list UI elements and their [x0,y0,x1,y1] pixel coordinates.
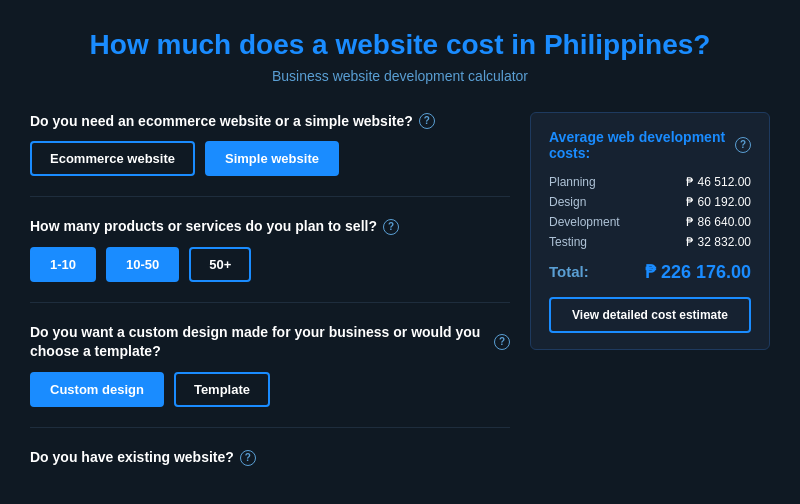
custom-design-button[interactable]: Custom design [30,372,164,407]
cost-row-planning: Planning ₱ 46 512.00 [549,175,751,189]
question-2-options: 1-10 10-50 50+ [30,247,510,282]
right-panel: Average web development costs: ? Plannin… [530,112,770,468]
divider-3 [30,427,510,428]
planning-label: Planning [549,175,596,189]
main-content: Do you need an ecommerce website or a si… [0,94,800,488]
page-subtitle: Business website development calculator [40,68,760,84]
question-1: Do you need an ecommerce website or a si… [30,112,510,177]
help-icon-q4[interactable]: ? [240,450,256,466]
range-50plus-button[interactable]: 50+ [189,247,251,282]
question-3-options: Custom design Template [30,372,510,407]
cost-card-title: Average web development costs: ? [549,129,751,161]
page-header: How much does a website cost in Philippi… [0,0,800,94]
testing-value: ₱ 32 832.00 [686,235,751,249]
development-value: ₱ 86 640.00 [686,215,751,229]
question-4: Do you have existing website? ? [30,448,510,468]
template-button[interactable]: Template [174,372,270,407]
help-icon-q2[interactable]: ? [383,219,399,235]
divider-1 [30,196,510,197]
question-4-title: Do you have existing website? ? [30,448,510,468]
cost-card: Average web development costs: ? Plannin… [530,112,770,350]
question-2-title: How many products or services do you pla… [30,217,510,237]
question-3: Do you want a custom design made for you… [30,323,510,407]
planning-value: ₱ 46 512.00 [686,175,751,189]
design-label: Design [549,195,586,209]
question-2: How many products or services do you pla… [30,217,510,282]
simple-website-button[interactable]: Simple website [205,141,339,176]
question-3-title: Do you want a custom design made for you… [30,323,510,362]
question-1-title: Do you need an ecommerce website or a si… [30,112,510,132]
page-title: How much does a website cost in Philippi… [40,28,760,62]
divider-2 [30,302,510,303]
view-detailed-button[interactable]: View detailed cost estimate [549,297,751,333]
help-icon-q3[interactable]: ? [494,334,510,350]
testing-label: Testing [549,235,587,249]
cost-row-design: Design ₱ 60 192.00 [549,195,751,209]
design-value: ₱ 60 192.00 [686,195,751,209]
range-1-10-button[interactable]: 1-10 [30,247,96,282]
total-value: ₱ 226 176.00 [645,261,751,283]
cost-row-testing: Testing ₱ 32 832.00 [549,235,751,249]
left-panel: Do you need an ecommerce website or a si… [30,112,510,468]
help-icon-cost[interactable]: ? [735,137,751,153]
cost-total-row: Total: ₱ 226 176.00 [549,261,751,283]
total-label: Total: [549,263,589,280]
question-1-options: Ecommerce website Simple website [30,141,510,176]
ecommerce-website-button[interactable]: Ecommerce website [30,141,195,176]
range-10-50-button[interactable]: 10-50 [106,247,179,282]
help-icon-q1[interactable]: ? [419,113,435,129]
development-label: Development [549,215,620,229]
cost-row-development: Development ₱ 86 640.00 [549,215,751,229]
